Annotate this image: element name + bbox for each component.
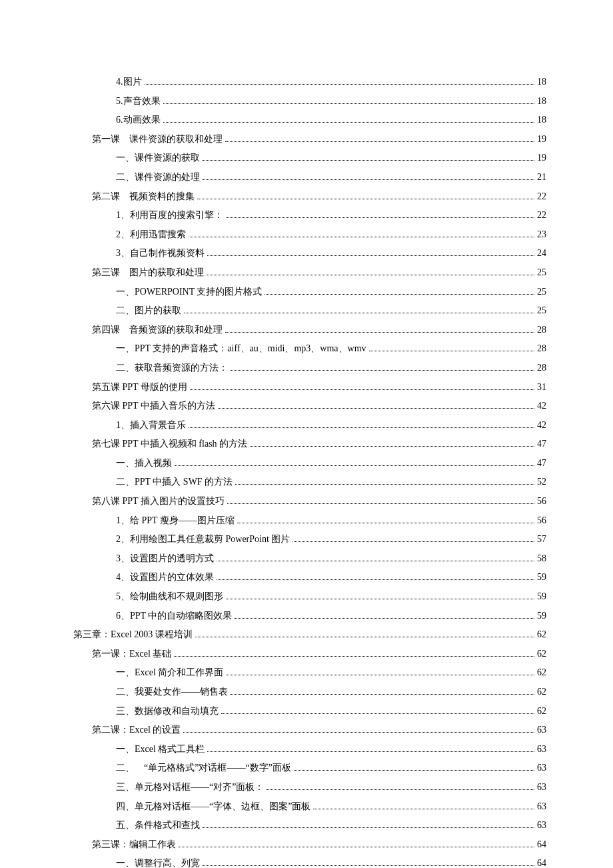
toc-entry[interactable]: 第五课 PPT 母版的使用31 xyxy=(73,379,546,397)
toc-entry[interactable]: 二、我要处女作——销售表62 xyxy=(73,683,546,701)
toc-entry-text: 二、PPT 中插入 SWF 的方法 xyxy=(116,473,233,491)
toc-leader xyxy=(189,237,534,237)
toc-entry[interactable]: 二、课件资源的处理21 xyxy=(73,169,546,187)
toc-leader xyxy=(190,389,534,390)
toc-entry-page: 23 xyxy=(537,226,546,244)
toc-entry-page: 63 xyxy=(537,721,546,739)
toc-entry-text: 3、设置图片的透明方式 xyxy=(116,550,214,568)
toc-entry[interactable]: 三、单元格对话框——“对齐”面板：63 xyxy=(73,779,546,797)
toc-entry[interactable]: 第一课：Excel 基础62 xyxy=(73,645,546,663)
toc-entry[interactable]: 一、插入视频47 xyxy=(73,455,546,473)
toc-entry[interactable]: 一、POWERPOINT 支持的图片格式25 xyxy=(73,283,546,301)
toc-entry[interactable]: 四、单元格对话框——“字体、边框、图案”面板63 xyxy=(73,798,546,816)
toc-entry-page: 56 xyxy=(537,493,546,511)
toc-leader xyxy=(226,599,534,599)
toc-entry[interactable]: 二、 “单元格格式”对话框——“数字”面板63 xyxy=(73,759,546,777)
toc-entry-text: 一、Excel 简介和工作界面 xyxy=(116,664,223,682)
toc-entry[interactable]: 第七课 PPT 中插入视频和 flash 的方法47 xyxy=(73,435,546,453)
toc-entry[interactable]: 一、Excel 简介和工作界面62 xyxy=(73,664,546,682)
toc-entry-text: 6、PPT 中的自动缩略图效果 xyxy=(116,607,232,625)
toc-entry-page: 24 xyxy=(537,245,546,263)
toc-entry-text: 2、利用迅雷搜索 xyxy=(116,226,186,244)
toc-entry[interactable]: 6、PPT 中的自动缩略图效果59 xyxy=(73,607,546,625)
toc-leader xyxy=(207,255,534,256)
toc-entry[interactable]: 第二课 视频资料的搜集22 xyxy=(73,188,546,206)
toc-entry-text: 一、POWERPOINT 支持的图片格式 xyxy=(116,283,262,301)
toc-entry-text: 一、课件资源的获取 xyxy=(116,149,200,167)
toc-entry-page: 59 xyxy=(537,607,546,625)
toc-entry[interactable]: 第六课 PPT 中插入音乐的方法42 xyxy=(73,397,546,415)
toc-entry-text: 第六课 PPT 中插入音乐的方法 xyxy=(92,397,215,415)
toc-leader xyxy=(231,694,534,695)
toc-leader xyxy=(189,427,534,428)
toc-entry[interactable]: 1、利用百度的搜索引擎：22 xyxy=(73,207,546,225)
toc-leader xyxy=(203,179,534,180)
toc-entry-page: 22 xyxy=(537,188,546,206)
toc-entry[interactable]: 5.声音效果18 xyxy=(73,93,546,111)
toc-entry[interactable]: 6.动画效果18 xyxy=(73,111,546,129)
toc-entry-page: 21 xyxy=(537,169,546,187)
toc-entry[interactable]: 二、获取音频资源的方法：28 xyxy=(73,359,546,377)
toc-entry-text: 二、我要处女作——销售表 xyxy=(116,683,228,701)
toc-leader xyxy=(293,541,534,542)
toc-entry[interactable]: 二、PPT 中插入 SWF 的方法52 xyxy=(73,473,546,491)
toc-entry[interactable]: 五、条件格式和查找63 xyxy=(73,817,546,835)
toc-entry[interactable]: 3、设置图片的透明方式58 xyxy=(73,550,546,568)
toc-entry[interactable]: 一、调整行高、列宽64 xyxy=(73,855,546,868)
toc-leader xyxy=(231,370,534,371)
toc-leader xyxy=(267,789,534,790)
toc-entry-page: 59 xyxy=(537,588,546,606)
toc-entry-page: 47 xyxy=(537,455,546,473)
toc-entry-text: 二、获取音频资源的方法： xyxy=(116,359,228,377)
toc-leader xyxy=(163,103,535,104)
toc-entry[interactable]: 第三课 图片的获取和处理25 xyxy=(73,264,546,282)
toc-entry[interactable]: 第三章：Excel 2003 课程培训62 xyxy=(73,626,546,644)
toc-entry-text: 一、Excel 格式工具栏 xyxy=(116,741,205,759)
toc-entry-text: 4、设置图片的立体效果 xyxy=(116,569,214,587)
toc-leader xyxy=(221,713,534,714)
toc-leader xyxy=(179,847,534,847)
toc-entry[interactable]: 1、插入背景音乐42 xyxy=(73,417,546,435)
toc-entry[interactable]: 1、给 PPT 瘦身——图片压缩56 xyxy=(73,512,546,530)
toc-entry[interactable]: 二、图片的获取25 xyxy=(73,302,546,320)
toc-entry[interactable]: 一、课件资源的获取19 xyxy=(73,149,546,167)
toc-leader xyxy=(163,122,535,123)
toc-entry[interactable]: 一、PPT 支持的声音格式：aiff、au、midi、mp3、wma、wmv28 xyxy=(73,340,546,358)
toc-entry-page: 19 xyxy=(537,131,546,149)
toc-entry-text: 一、PPT 支持的声音格式：aiff、au、midi、mp3、wma、wmv xyxy=(116,340,366,358)
toc-entry[interactable]: 第二课：Excel 的设置63 xyxy=(73,721,546,739)
toc-entry-text: 一、插入视频 xyxy=(116,455,172,473)
toc-entry-text: 五、条件格式和查找 xyxy=(116,817,200,835)
toc-entry[interactable]: 3、自己制作视频资料24 xyxy=(73,245,546,263)
toc-entry-text: 二、 “单元格格式”对话框——“数字”面板 xyxy=(116,759,291,777)
toc-entry[interactable]: 三、数据修改和自动填充62 xyxy=(73,703,546,721)
toc-leader xyxy=(174,656,534,657)
toc-leader xyxy=(226,217,534,218)
toc-entry-page: 42 xyxy=(537,397,546,415)
toc-entry-page: 63 xyxy=(537,759,546,777)
toc-entry[interactable]: 第三课：编辑工作表64 xyxy=(73,836,546,854)
toc-entry-page: 18 xyxy=(537,73,546,91)
toc-entry[interactable]: 4.图片18 xyxy=(73,73,546,91)
toc-leader xyxy=(226,675,534,675)
toc-entry[interactable]: 第四课 音频资源的获取和处理28 xyxy=(73,321,546,339)
toc-entry[interactable]: 5、绘制曲线和不规则图形59 xyxy=(73,588,546,606)
toc-entry[interactable]: 4、设置图片的立体效果59 xyxy=(73,569,546,587)
toc-entry[interactable]: 一、Excel 格式工具栏63 xyxy=(73,741,546,759)
toc-entry-text: 第三课 图片的获取和处理 xyxy=(92,264,204,282)
toc-leader xyxy=(225,141,534,142)
toc-entry-text: 第五课 PPT 母版的使用 xyxy=(92,379,187,397)
toc-leader xyxy=(207,275,534,275)
toc-entry-page: 28 xyxy=(537,359,546,377)
toc-entry[interactable]: 2、利用迅雷搜索23 xyxy=(73,226,546,244)
toc-entry-page: 28 xyxy=(537,340,546,358)
toc-entry-text: 第七课 PPT 中插入视频和 flash 的方法 xyxy=(92,435,247,453)
toc-entry[interactable]: 第八课 PPT 插入图片的设置技巧56 xyxy=(73,493,546,511)
toc-entry-text: 四、单元格对话框——“字体、边框、图案”面板 xyxy=(116,798,310,816)
toc-entry-page: 28 xyxy=(537,321,546,339)
toc-entry[interactable]: 2、利用绘图工具任意裁剪 PowerPoint 图片57 xyxy=(73,531,546,549)
toc-leader xyxy=(184,313,534,313)
toc-entry[interactable]: 第一课 课件资源的获取和处理19 xyxy=(73,131,546,149)
toc-entry-page: 18 xyxy=(537,93,546,111)
toc-entry-text: 4.图片 xyxy=(116,73,142,91)
